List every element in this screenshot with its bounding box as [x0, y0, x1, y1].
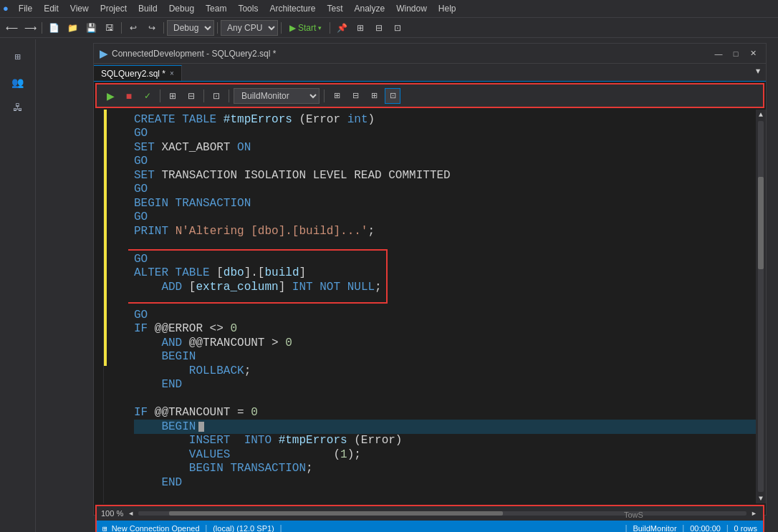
menu-project[interactable]: Project — [95, 2, 133, 15]
tab-close-button[interactable]: × — [170, 69, 174, 77]
toolbar-separator-1 — [42, 22, 42, 34]
ide-window: ▶ ConnectedDevelopment - SQLQuery2.sql *… — [93, 43, 767, 516]
debug-mode-select[interactable]: Debug — [167, 20, 214, 36]
sidebar-team-explorer[interactable]: 👥 — [5, 71, 31, 94]
sidebar-solution-explorer[interactable]: ⊞ — [5, 45, 31, 68]
execute-button[interactable]: ▶ — [102, 88, 118, 104]
change-bar-area — [104, 110, 107, 503]
code-line-10 — [134, 238, 756, 253]
database-selector[interactable]: BuildMonitor — [234, 88, 320, 104]
scroll-right-arrow[interactable]: ► — [749, 510, 759, 517]
code-line-14 — [134, 294, 756, 309]
menu-view[interactable]: View — [64, 2, 95, 15]
menu-bar: ● File Edit View Project Build Debug Tea… — [0, 0, 778, 18]
menu-tools[interactable]: Tools — [232, 2, 264, 15]
pin-button[interactable]: 📌 — [333, 20, 350, 36]
start-button[interactable]: ▶ Start ▾ — [284, 20, 327, 36]
open-file-button[interactable]: 📁 — [64, 20, 81, 36]
sql-toolbar-sep3 — [229, 90, 229, 102]
maximize-button[interactable]: □ — [729, 48, 743, 59]
check-syntax-button[interactable]: ✓ — [140, 88, 155, 104]
zoom-scroll-bar: 100 % ◄ ► — [97, 506, 763, 521]
editor-area: CREATE TABLE #tmpErrors (Error int) GO S… — [94, 110, 766, 503]
status-sep2: | — [279, 524, 284, 532]
sql-toolbar-sep1 — [160, 90, 160, 102]
nav-back-button[interactable]: ⟵ — [3, 20, 20, 36]
code-line-17: AND @@TRANCOUNT > 0 — [134, 336, 756, 350]
code-line-21 — [134, 392, 756, 406]
window-controls: — □ ✕ — [711, 48, 760, 59]
include-actual-plan-button[interactable]: ⊞ — [165, 88, 181, 104]
code-line-8: GO — [134, 211, 756, 225]
menu-architecture[interactable]: Architecture — [264, 2, 321, 15]
menu-help[interactable]: Help — [433, 2, 462, 15]
menu-test[interactable]: Test — [321, 2, 348, 15]
stop-button[interactable]: ■ — [121, 88, 137, 104]
code-line-22: IF @@TRANCOUNT = 0 — [134, 406, 756, 420]
scroll-track-v[interactable] — [758, 121, 764, 492]
cpu-mode-select[interactable]: Any CPU — [221, 20, 278, 36]
connection-icon: ⊞ — [102, 524, 107, 533]
menu-edit[interactable]: Edit — [38, 2, 64, 15]
ide-title-bar: ▶ ConnectedDevelopment - SQLQuery2.sql *… — [94, 44, 766, 64]
status-sep5: | — [725, 524, 730, 532]
server-info: (local) (12.0 SP1) — [213, 524, 274, 532]
menu-file[interactable]: File — [13, 2, 38, 15]
code-editor[interactable]: CREATE TABLE #tmpErrors (Error int) GO S… — [128, 110, 756, 503]
zoom-out-button[interactable]: ◄ — [126, 510, 135, 517]
line-numbers — [107, 110, 128, 503]
horizontal-scrollbar[interactable] — [138, 511, 746, 516]
results-to-grid-button[interactable]: ⊡ — [385, 88, 400, 104]
sql-toolbar-sep4 — [324, 90, 325, 102]
row-count: 0 rows — [734, 524, 757, 532]
code-line-11: GO — [134, 252, 756, 266]
redo-button[interactable]: ↪ — [143, 20, 160, 36]
elapsed-time: 00:00:00 — [690, 524, 721, 532]
disconnect-button[interactable]: ⊟ — [347, 88, 363, 104]
code-line-25: VALUES (1); — [134, 448, 756, 462]
menu-build[interactable]: Build — [133, 2, 163, 15]
undo-button[interactable]: ↩ — [125, 20, 142, 36]
status-sep1: | — [204, 524, 209, 532]
app-icon: ● — [3, 4, 9, 14]
code-line-27: END — [134, 475, 756, 490]
status-sep3: | — [624, 524, 629, 532]
sql-toolbar: ▶ ■ ✓ ⊞ ⊟ ⊡ BuildMonitor ⊞ ⊟ ⊞ ⊡ — [95, 83, 764, 108]
toolbar-separator-6 — [330, 22, 330, 34]
code-line-26: BEGIN TRANSACTION; — [134, 462, 756, 476]
code-line-12: ALTER TABLE [dbo].[build] — [134, 266, 756, 281]
save-all-button[interactable]: 🖫 — [101, 20, 118, 36]
scroll-down-arrow[interactable]: ▼ — [756, 493, 766, 503]
new-file-button[interactable]: 📄 — [45, 20, 62, 36]
parse-button[interactable]: ⊡ — [208, 88, 224, 104]
code-line-9: PRINT N'Altering [dbo].[build]...'; — [134, 224, 756, 238]
menu-analyze[interactable]: Analyze — [348, 2, 390, 15]
save-button[interactable]: 💾 — [82, 20, 100, 36]
code-line-3: SET XACT_ABORT ON — [134, 140, 756, 155]
grid-button[interactable]: ⊡ — [389, 20, 406, 36]
vertical-scrollbar[interactable]: ▲ ▼ — [756, 110, 766, 503]
change-connection-button[interactable]: ⊞ — [366, 88, 382, 104]
tab-sqlquery2[interactable]: SQLQuery2.sql * × — [94, 65, 182, 81]
tab-dropdown-button[interactable]: ▾ — [750, 61, 766, 81]
tab-bar: SQLQuery2.sql * × ▾ — [94, 64, 766, 82]
minimize-button[interactable]: — — [711, 48, 726, 59]
menu-debug[interactable]: Debug — [163, 2, 200, 15]
menu-window[interactable]: Window — [390, 2, 433, 15]
code-line-24: INSERT INTO #tmpErrors (Error) — [134, 434, 756, 448]
code-line-6: GO — [134, 183, 756, 197]
menu-team[interactable]: Team — [200, 2, 232, 15]
scroll-up-arrow[interactable]: ▲ — [756, 110, 766, 120]
sidebar-server-explorer[interactable]: 🖧 — [5, 97, 31, 120]
connection-status: New Connection Opened — [112, 524, 200, 532]
ide-title-label: ConnectedDevelopment - SQLQuery2.sql * — [112, 49, 276, 59]
close-button[interactable]: ✕ — [746, 48, 760, 59]
include-client-stats-button[interactable]: ⊟ — [183, 88, 199, 104]
breakpoint-margin — [94, 110, 104, 503]
database-name: BuildMonitor — [633, 524, 676, 532]
connect-button[interactable]: ⊞ — [329, 88, 345, 104]
nav-forward-button[interactable]: ⟶ — [21, 20, 39, 36]
left-sidebar: ⊞ 👥 🖧 — [0, 39, 36, 532]
layout-button[interactable]: ⊟ — [370, 20, 388, 36]
view-button[interactable]: ⊞ — [352, 20, 369, 36]
